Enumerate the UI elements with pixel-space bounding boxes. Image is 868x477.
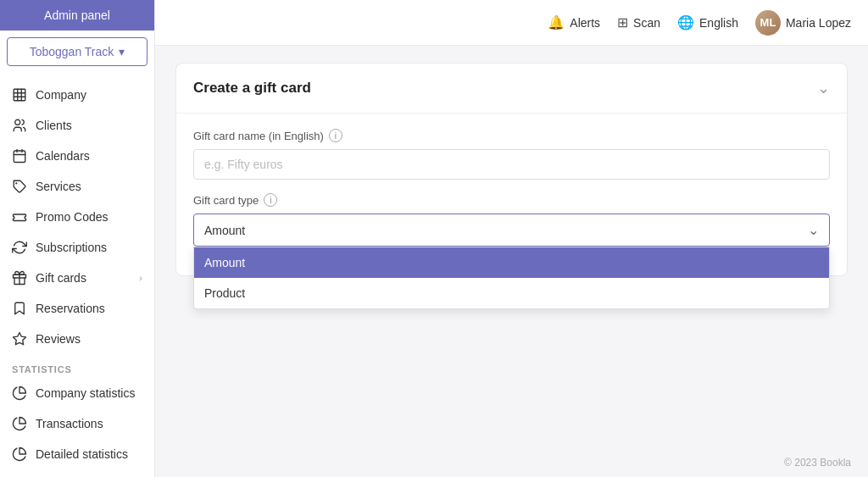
sidebar-item-services[interactable]: Services: [0, 171, 154, 202]
card-header: Create a gift card ⌄: [176, 64, 847, 114]
admin-panel-button[interactable]: Admin panel: [0, 0, 154, 31]
sidebar-item-label: Clients: [36, 119, 72, 132]
sidebar-item-calendars[interactable]: Calendars: [0, 141, 154, 171]
gift-card-name-input[interactable]: [193, 149, 830, 180]
alerts-label: Alerts: [570, 16, 600, 30]
collapse-icon[interactable]: ⌄: [817, 79, 830, 97]
language-label: English: [699, 16, 738, 30]
tag-icon: [12, 179, 27, 194]
dropdown-item-amount[interactable]: Amount: [194, 247, 829, 278]
type-info-icon[interactable]: i: [264, 193, 277, 207]
card-title: Create a gift card: [193, 80, 311, 97]
statistics-section-label: STATISTICS: [0, 354, 154, 378]
building-icon: [12, 87, 27, 103]
sidebar-item-label: Company: [36, 88, 86, 102]
svg-marker-4: [14, 333, 26, 345]
gift-card-type-group: Gift card type i Amount ⌄ Amount Product: [193, 193, 830, 247]
sidebar-item-label: Promo Codes: [36, 210, 108, 224]
avatar: ML: [755, 10, 781, 36]
gift-card-type-label: Gift card type i: [193, 193, 830, 207]
footer: © 2023 Bookla: [784, 457, 851, 469]
svg-rect-2: [14, 151, 25, 163]
pie-icon: [12, 416, 27, 431]
globe-icon: 🌐: [677, 14, 694, 31]
svg-point-3: [15, 182, 17, 184]
bell-icon: 🔔: [548, 14, 565, 31]
sidebar-item-label: Gift cards: [36, 271, 86, 285]
gift-icon: [12, 270, 27, 286]
gift-card-name-label: Gift card name (in English) i: [193, 129, 830, 142]
track-label: Toboggan Track: [30, 45, 114, 58]
sidebar-item-gift-cards[interactable]: Gift cards ›: [0, 263, 154, 293]
sidebar-item-label: Subscriptions: [36, 241, 107, 254]
copyright-text: © 2023 Bookla: [784, 457, 851, 469]
alerts-button[interactable]: 🔔 Alerts: [548, 14, 600, 31]
user-menu[interactable]: ML Maria Lopez: [755, 10, 851, 36]
bookmark-icon: [12, 301, 27, 316]
refresh-icon: [12, 240, 27, 255]
track-selector[interactable]: Toboggan Track ▾: [7, 37, 147, 66]
topbar: 🔔 Alerts ⊞ Scan 🌐 English ML Maria Lopez: [155, 0, 868, 46]
sidebar-item-reservations[interactable]: Reservations: [0, 293, 154, 324]
dropdown-item-product[interactable]: Product: [194, 278, 829, 308]
sidebar-item-company[interactable]: Company: [0, 80, 154, 110]
sidebar-item-transactions[interactable]: Transactions: [0, 408, 154, 439]
svg-rect-0: [14, 89, 25, 101]
user-name-label: Maria Lopez: [786, 16, 851, 30]
sidebar-item-reviews[interactable]: Reviews: [0, 324, 154, 354]
gift-card-name-group: Gift card name (in English) i: [193, 129, 830, 180]
sidebar-item-label: Transactions: [36, 417, 103, 430]
sidebar-item-label: Calendars: [36, 149, 90, 163]
scan-icon: ⊞: [617, 14, 628, 31]
scan-label: Scan: [633, 16, 660, 30]
gift-card-type-select[interactable]: Amount ⌄: [193, 214, 830, 247]
main-area: 🔔 Alerts ⊞ Scan 🌐 English ML Maria Lopez…: [155, 0, 868, 477]
users-icon: [12, 118, 27, 133]
calendar-icon: [12, 148, 27, 164]
sidebar-item-label: Detailed statistics: [36, 447, 128, 461]
sidebar-item-clients[interactable]: Clients: [0, 110, 154, 141]
svg-point-1: [15, 119, 20, 125]
ticket-icon: [12, 209, 27, 225]
pie-icon: [12, 385, 27, 401]
sidebar-item-label: Company statistics: [36, 386, 135, 400]
sidebar-item-label: Reviews: [36, 332, 81, 346]
name-info-icon[interactable]: i: [329, 129, 342, 142]
sidebar-item-subscriptions[interactable]: Subscriptions: [0, 232, 154, 263]
chevron-right-icon: ›: [139, 273, 142, 283]
scan-button[interactable]: ⊞ Scan: [617, 14, 660, 31]
chevron-down-icon: ▾: [119, 45, 125, 58]
sidebar-item-detailed-statistics[interactable]: Detailed statistics: [0, 439, 154, 469]
sidebar-item-company-statistics[interactable]: Company statistics: [0, 378, 154, 408]
content-area: Create a gift card ⌄ Gift card name (in …: [155, 46, 868, 477]
language-selector[interactable]: 🌐 English: [677, 14, 738, 31]
selected-type-label: Amount: [204, 224, 245, 237]
chevron-down-icon: ⌄: [808, 222, 819, 238]
sidebar-item-label: Reservations: [36, 302, 105, 315]
create-gift-card-card: Create a gift card ⌄ Gift card name (in …: [175, 63, 848, 276]
pie-icon: [12, 446, 27, 462]
sidebar-item-label: Services: [36, 180, 81, 193]
sidebar-item-ticket-statistics[interactable]: Ticket statistics: [0, 469, 154, 477]
sidebar-item-promo-codes[interactable]: Promo Codes: [0, 202, 154, 232]
star-icon: [12, 331, 27, 347]
sidebar-nav: Company Clients Calendars Services Promo…: [0, 73, 154, 477]
type-dropdown-menu: Amount Product: [193, 247, 830, 309]
gift-card-type-select-wrapper: Amount ⌄ Amount Product: [193, 214, 830, 247]
card-body: Gift card name (in English) i Gift card …: [176, 114, 847, 275]
sidebar: Admin panel Toboggan Track ▾ Company Cli…: [0, 0, 155, 477]
